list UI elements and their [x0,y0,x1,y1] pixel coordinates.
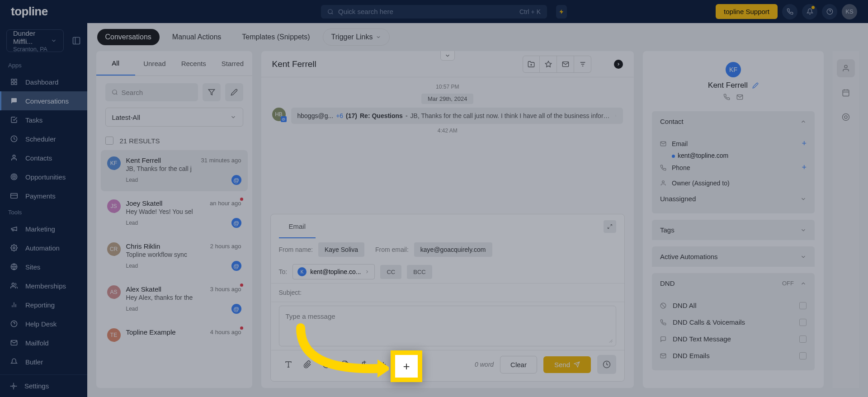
sort-select[interactable]: Latest-All [105,108,243,127]
dnd-icon [660,319,667,326]
svg-marker-30 [545,61,551,67]
sidebar-item-scheduler[interactable]: Scheduler [0,129,87,148]
from-email-value[interactable]: kaye@goacquirely.com [414,242,492,257]
owner-select[interactable]: Unassigned [660,190,807,207]
dnd-option[interactable]: DND Emails [660,347,807,364]
conv-avatar: KF [107,156,121,170]
sidebar-item-mailfold[interactable]: Mailfold [0,333,87,352]
compose-button[interactable] [225,83,243,101]
message-row[interactable]: HB @ hboggs@g... +6 (17) Re: Questions -… [272,108,623,124]
sidebar-item-memberships[interactable]: Memberships [0,276,87,295]
rail-calendar-button[interactable] [837,84,855,102]
svg-rect-54 [843,90,849,96]
sidebar-item-marketing[interactable]: Marketing [0,219,87,238]
sidebar-item-reporting[interactable]: Reporting [0,295,87,314]
schedule-button[interactable] [597,355,616,374]
user-avatar[interactable]: KS [842,4,857,19]
dnd-checkbox[interactable] [799,352,807,359]
sidebar-item-butler[interactable]: Butler [0,352,87,371]
mark-read-button[interactable] [557,56,574,73]
add-email-button[interactable]: + [802,139,807,148]
dnd-checkbox[interactable] [799,336,807,343]
next-button[interactable] [614,60,623,69]
more-icon[interactable] [615,112,617,119]
resize-icon[interactable] [608,338,613,343]
dnd-option[interactable]: DND Calls & Voicemails [660,314,807,331]
dnd-status: OFF [782,280,794,287]
dnd-option[interactable]: DND Text Message [660,331,807,347]
sidebar-item-sites[interactable]: Sites [0,257,87,276]
global-search[interactable]: Quick search here Ctrl + K [321,5,547,19]
support-button[interactable]: topline Support [716,4,778,19]
mail-icon[interactable] [736,94,743,100]
chevron-down-icon [230,114,236,120]
conv-tab-recents[interactable]: Recents [174,51,213,76]
phone-button[interactable] [782,4,797,19]
filter-thread-button[interactable] [574,56,591,73]
automations-section-header[interactable]: Active Automations [652,246,815,267]
account-selector[interactable]: Dunder Miffli... Scranton, PA [6,29,64,52]
phone-icon[interactable] [723,94,730,100]
thread-collapse-button[interactable] [440,51,455,61]
word-count: 0 word [475,361,494,368]
rail-opportunity-button[interactable] [837,108,855,126]
filter-button[interactable] [203,83,221,101]
send-button[interactable]: Send [543,356,591,373]
help-button[interactable] [822,4,837,19]
dnd-checkbox[interactable] [799,319,807,326]
bolt-icon[interactable] [556,5,567,19]
annotation-arrow-icon [289,321,389,389]
conv-tab-all[interactable]: All [96,51,135,76]
sidebar-item-label: Marketing [25,225,55,233]
conv-tab-starred[interactable]: Starred [213,51,252,76]
thread-title: Kent Ferrell [272,59,316,69]
sidebar-item-conversations[interactable]: Conversations [0,91,87,110]
conversation-item[interactable]: AS Alex Skatell 3 hours ago Hey Alex, th… [101,279,248,320]
conversation-item[interactable]: CR Chris Riklin 2 hours ago Topline work… [101,236,248,277]
from-name-value[interactable]: Kaye Soliva [318,242,364,257]
tab-conversations[interactable]: Conversations [97,29,160,45]
cc-button[interactable]: CC [380,265,401,279]
sidebar-item-automation[interactable]: Automation [0,238,87,257]
msg-preview: JB, Thanks for the call just now. I thin… [410,112,612,119]
tab-templates[interactable]: Templates (Snippets) [234,29,318,45]
composer-tab-email[interactable]: Email [279,215,316,238]
contact-section-header[interactable]: Contact [652,111,815,132]
conversation-item[interactable]: KF Kent Ferrell 31 minutes ago JB, Thank… [101,150,248,191]
edit-icon[interactable] [752,82,759,89]
rail-contact-button[interactable] [837,59,855,77]
conversation-item[interactable]: TE Topline Example 4 hours ago [101,322,248,348]
sidebar-item-label: Conversations [25,97,69,105]
dnd-option[interactable]: DND All [660,297,807,314]
dnd-checkbox[interactable] [799,302,807,309]
dnd-section-header[interactable]: DND OFF [652,273,815,293]
star-button[interactable] [540,56,557,73]
highlighted-add-button[interactable]: + [391,350,422,382]
to-chip[interactable]: K kent@topline.co... [292,264,375,279]
expand-button[interactable] [604,220,616,233]
conv-search[interactable]: Search [105,83,198,101]
sidebar-item-label: Settings [24,382,49,390]
tab-trigger-links[interactable]: Trigger Links [323,28,390,46]
conv-tab-unread[interactable]: Unread [135,51,174,76]
add-phone-button[interactable]: + [802,163,807,172]
sidebar-item-contacts[interactable]: Contacts [0,148,87,167]
select-all-checkbox[interactable] [105,137,113,145]
bcc-button[interactable]: BCC [407,265,432,279]
sidebar-item-tasks[interactable]: Tasks [0,110,87,129]
sidebar-item-payments[interactable]: Payments [0,186,87,205]
sidebar-item-opportunities[interactable]: Opportunities [0,167,87,186]
notifications-button[interactable] [802,4,817,19]
sidebar-item-helpdesk[interactable]: Help Desk [0,314,87,333]
conv-avatar: JS [107,199,121,213]
clear-button[interactable]: Clear [500,356,537,373]
folder-button[interactable] [523,56,540,73]
tags-section-header[interactable]: Tags [652,220,815,240]
dnd-icon [660,336,667,342]
tab-manual-actions[interactable]: Manual Actions [164,29,230,45]
panel-icon[interactable] [72,36,81,45]
sidebar-item-label: Opportunities [25,173,66,181]
sidebar-item-settings[interactable]: Settings [0,374,87,397]
sidebar-item-dashboard[interactable]: Dashboard [0,72,87,91]
conversation-item[interactable]: JS Joey Skatell an hour ago Hey Wade! Ye… [101,193,248,234]
